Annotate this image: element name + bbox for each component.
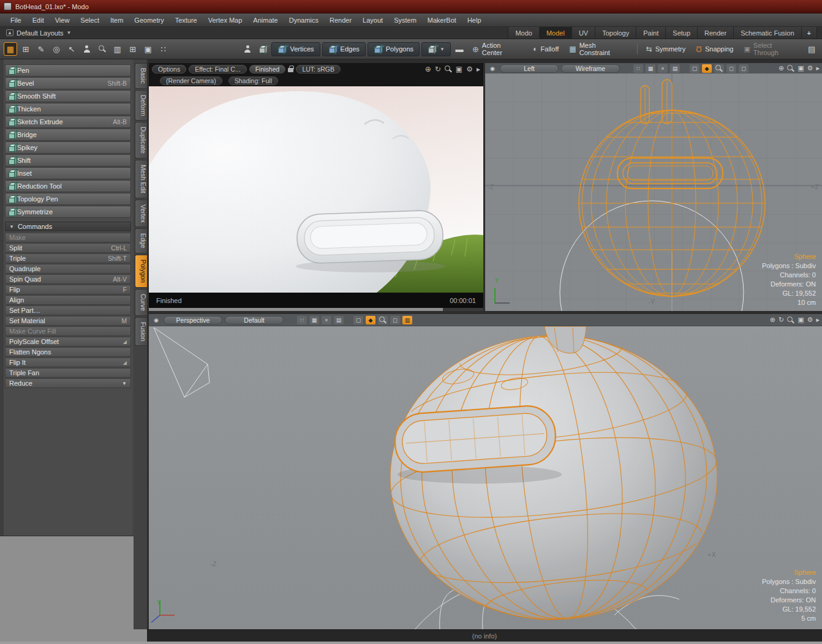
tab-model[interactable]: Model — [539, 27, 571, 39]
grid-toggle-icon[interactable]: ▦ — [646, 64, 655, 73]
maximize-viewport-icon[interactable]: ▣ — [141, 42, 155, 56]
command-triple-fan[interactable]: Triple Fan — [5, 368, 131, 378]
tool-thicken[interactable]: Thicken — [5, 103, 131, 115]
render-finished-button[interactable]: Finished — [249, 65, 286, 73]
zoom-tool-icon[interactable] — [714, 64, 724, 73]
tool-topology-pen[interactable]: Topology Pen — [5, 193, 131, 205]
command-set-part[interactable]: Set Part… — [5, 305, 131, 315]
render-camera-button[interactable]: (Render Camera) — [160, 77, 222, 85]
polygons-mode-button[interactable]: Polygons — [368, 42, 420, 56]
tab-mesh-edit[interactable]: Mesh Edit — [135, 160, 147, 198]
tab-duplicate[interactable]: Duplicate — [135, 122, 147, 159]
tool-smooth-shift[interactable]: Smooth Shift — [5, 90, 131, 102]
tab-fusion[interactable]: Fusion — [135, 317, 147, 346]
tab-render[interactable]: Render — [697, 27, 733, 39]
ortho-style-dropdown[interactable]: Wireframe — [561, 64, 620, 73]
menu-geometry[interactable]: Geometry — [129, 13, 169, 27]
maximize-icon[interactable]: ▣ — [456, 65, 462, 73]
render-effect-button[interactable]: Effect: Final C... — [189, 65, 247, 73]
command-spin-quad[interactable]: Spin QuadAlt-V — [5, 274, 131, 284]
grid-toggle-icon[interactable]: ▦ — [309, 316, 319, 324]
snapping-button[interactable]: Ω Snapping — [692, 42, 737, 56]
command-make-curve-fill[interactable]: Make Curve Fill — [5, 326, 131, 336]
user-presets-icon[interactable] — [80, 42, 94, 56]
command-triple[interactable]: TripleShift-T — [5, 253, 131, 263]
tool-bevel[interactable]: BevelShift-B — [5, 77, 131, 89]
paint-roller-icon[interactable]: ▬ — [453, 42, 466, 56]
render-lut-button[interactable]: LUT: sRGB — [296, 65, 341, 73]
rotate-icon[interactable]: ↻ — [779, 316, 784, 324]
render-image[interactable] — [149, 86, 483, 293]
persp-canvas[interactable] — [149, 326, 822, 629]
tab-basic[interactable]: Basic — [135, 63, 147, 89]
grid-snap-icon[interactable]: ⊞ — [19, 42, 32, 56]
command-align[interactable]: Align — [5, 295, 131, 305]
viewport-layout-icon[interactable]: ▢ — [353, 316, 363, 324]
menu-file[interactable]: File — [5, 13, 27, 27]
gear-icon[interactable]: ⚙ — [807, 316, 813, 324]
maximize-icon[interactable]: ▣ — [797, 316, 804, 324]
rotate-tool-icon[interactable]: ◻ — [390, 316, 400, 324]
gear-icon[interactable]: ⚙ — [807, 64, 813, 72]
tab-deform[interactable]: Deform — [135, 90, 147, 121]
render-options-button[interactable]: Options — [152, 65, 186, 73]
gear-icon[interactable]: ⚙ — [466, 65, 473, 73]
tab-uv[interactable]: UV — [571, 27, 595, 39]
command-polyscale-offset[interactable]: PolyScale Offset◢ — [5, 337, 131, 346]
pan-tool-icon[interactable]: ◻ — [739, 64, 748, 73]
rotate-icon[interactable]: ↻ — [435, 65, 441, 73]
menu-animate[interactable]: Animate — [247, 13, 283, 27]
rotate-tool-icon[interactable]: ◻ — [726, 64, 736, 73]
split-columns-icon[interactable]: ▥ — [111, 42, 124, 56]
pen-edit-icon[interactable]: ✎ — [34, 42, 48, 56]
maximize-icon[interactable]: ▣ — [797, 64, 804, 72]
tool-shift[interactable]: Shift — [5, 154, 131, 167]
command-quadruple[interactable]: Quadruple — [5, 264, 131, 274]
render-preview-viewport[interactable]: Options Effect: Final C... Finished LUT:… — [149, 63, 483, 311]
command-make[interactable]: Make — [5, 233, 131, 242]
tab-vertex[interactable]: Vertex — [135, 200, 147, 228]
viewport-menu-arrow-icon[interactable]: ▸ — [816, 316, 820, 324]
viewport-menu-arrow-icon[interactable]: ▸ — [477, 65, 480, 73]
command-split[interactable]: SplitCtrl-L — [5, 243, 131, 253]
lock-icon[interactable] — [288, 68, 293, 72]
command-flatten-ngons[interactable]: Flatten Ngons — [5, 347, 131, 357]
viewport-layout-icon[interactable]: ▢ — [690, 64, 699, 73]
zoom-region-icon[interactable] — [96, 42, 109, 56]
zoom-icon[interactable] — [445, 66, 452, 73]
viewport-mode-icon[interactable]: ◉ — [488, 64, 497, 73]
shading-style-active-icon[interactable]: ◆ — [702, 64, 712, 73]
gl-monitor-icon[interactable]: ▤ — [805, 42, 818, 56]
menu-render[interactable]: Render — [324, 13, 357, 27]
tool-symmetrize[interactable]: Symmetrize — [5, 206, 131, 218]
menu-makerbot[interactable]: MakerBot — [422, 13, 462, 27]
tab-schematic-fusion[interactable]: Schematic Fusion — [733, 27, 801, 39]
ortho-left-viewport[interactable]: ◉ Left Wireframe ∷ ▦ × ▤ ▢ ◆ ◻ ◻ ⊕ ▣ ⚙ ▸ — [485, 63, 822, 311]
items-cube-icon[interactable] — [256, 42, 270, 56]
tool-bridge[interactable]: Bridge — [5, 129, 131, 141]
tool-spikey[interactable]: Spikey — [5, 141, 131, 154]
wireframe-options-icon[interactable]: ▤ — [334, 316, 344, 324]
menu-edit[interactable]: Edit — [27, 13, 50, 27]
symmetry-button[interactable]: ⇆ Symmetry — [642, 42, 690, 56]
menu-view[interactable]: View — [50, 13, 75, 27]
persp-style-dropdown[interactable]: Default — [225, 316, 284, 324]
command-reduce[interactable]: Reduce▼ — [5, 378, 131, 388]
shading-style-active-icon[interactable]: ◆ — [366, 316, 375, 324]
zoom-icon[interactable] — [787, 316, 794, 324]
command-flip-it[interactable]: Flip It◢ — [5, 358, 131, 367]
tool-reduction-tool[interactable]: Reduction Tool — [5, 180, 131, 192]
zoom-icon[interactable] — [787, 65, 794, 72]
viewport-mode-icon[interactable]: ◉ — [151, 316, 161, 324]
close-gl-icon[interactable]: × — [322, 316, 331, 324]
add-layout-tab-button[interactable]: + — [801, 27, 817, 39]
perspective-viewport[interactable]: ◉ Perspective Default ∷ ▦ × ▤ ▢ ◆ ◻ ▥ ⊕ … — [149, 314, 822, 629]
visibility-options-icon[interactable]: ∷ — [297, 316, 307, 324]
menu-item[interactable]: Item — [105, 13, 129, 27]
vertices-mode-button[interactable]: Vertices — [271, 42, 320, 56]
command-flip[interactable]: FlipF — [5, 285, 131, 294]
pan-icon[interactable]: ⊕ — [779, 64, 784, 72]
menu-vertex-map[interactable]: Vertex Map — [203, 13, 248, 27]
workplane-toggle-icon[interactable]: ▦ — [4, 42, 17, 56]
menu-texture[interactable]: Texture — [170, 13, 203, 27]
